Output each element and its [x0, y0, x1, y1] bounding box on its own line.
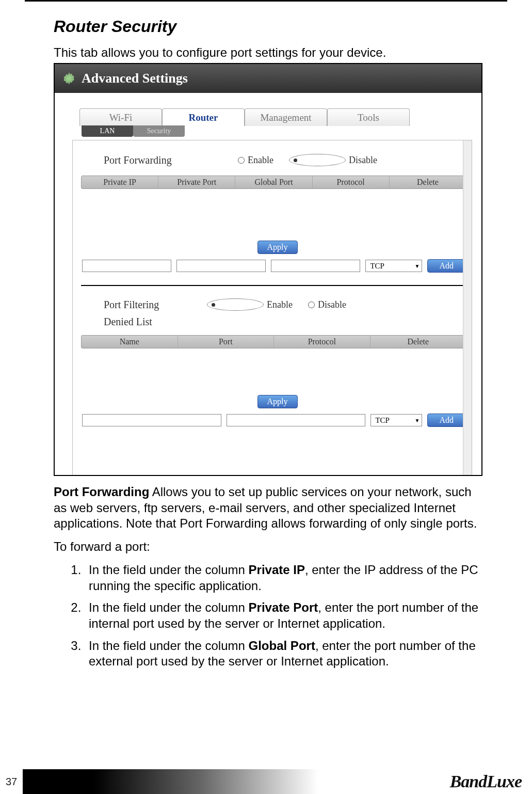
window-titlebar: Advanced Settings — [55, 64, 481, 93]
step-2-pre: In the field under the column — [89, 600, 249, 614]
pf-disable-label: Disable — [349, 155, 377, 166]
col-delete2: Delete — [370, 336, 466, 348]
col-port: Port — [178, 336, 275, 348]
pfl-enable-radio[interactable]: Enable — [207, 298, 293, 311]
step-1: In the field under the column Private IP… — [85, 562, 482, 594]
col-global-port: Global Port — [235, 176, 312, 188]
settings-panel: Port Forwarding Enable Disable Private I… — [72, 140, 472, 476]
radio-icon — [238, 157, 245, 164]
col-name: Name — [82, 336, 178, 348]
pf-global-port-input[interactable] — [271, 260, 360, 272]
pfl-protocol-select[interactable]: TCP▼ — [370, 414, 422, 426]
pfl-add-button[interactable]: Add — [427, 414, 465, 427]
pf-table-header: Private IP Private Port Global Port Prot… — [81, 176, 466, 189]
pf-protocol-value: TCP — [370, 262, 384, 271]
pfl-name-input[interactable] — [82, 414, 221, 426]
section-title: Router Security — [54, 17, 482, 36]
pfl-protocol-value: TCP — [375, 416, 390, 425]
tab-tools[interactable]: Tools — [327, 108, 410, 126]
sub-tabs: LAN Security — [82, 125, 476, 137]
page-footer: 37 BandLuxe — [0, 769, 532, 794]
tab-router[interactable]: Router — [162, 108, 245, 126]
port-forwarding-label: Port Forwarding — [104, 154, 238, 166]
denied-list-label: Denied List — [104, 316, 451, 328]
brand-logo: BandLuxe — [450, 772, 522, 791]
pfl-disable-label: Disable — [318, 299, 346, 310]
pf-private-port-input[interactable] — [176, 260, 266, 272]
step-3: In the field under the column Global Por… — [85, 638, 482, 670]
chevron-down-icon: ▼ — [415, 418, 420, 423]
pf-enable-label: Enable — [248, 155, 273, 166]
radio-icon — [207, 298, 264, 311]
pf-disable-radio[interactable]: Disable — [289, 154, 377, 166]
subtab-security[interactable]: Security — [133, 125, 185, 137]
router-ui-screenshot: Advanced Settings Wi-Fi Router Managemen… — [54, 63, 482, 476]
pfl-table-header: Name Port Protocol Delete — [81, 335, 466, 348]
page-number: 37 — [0, 776, 23, 788]
pfl-port-input[interactable] — [227, 414, 366, 426]
col-private-ip: Private IP — [82, 176, 158, 188]
pf-protocol-select[interactable]: TCP▼ — [365, 260, 422, 272]
tab-wifi[interactable]: Wi-Fi — [79, 108, 162, 126]
chevron-down-icon: ▼ — [415, 263, 420, 269]
pfl-apply-button[interactable]: Apply — [257, 395, 298, 408]
to-forward-label: To forward a port: — [54, 539, 482, 555]
col-protocol2: Protocol — [274, 336, 370, 348]
step-1-pre: In the field under the column — [89, 563, 249, 577]
col-protocol: Protocol — [313, 176, 390, 188]
col-delete: Delete — [390, 176, 466, 188]
radio-icon — [308, 301, 315, 308]
pf-apply-button[interactable]: Apply — [257, 241, 298, 254]
pfl-disable-radio[interactable]: Disable — [308, 298, 346, 311]
gear-icon — [62, 71, 76, 86]
step-1-bold: Private IP — [249, 563, 305, 577]
subtab-lan[interactable]: LAN — [82, 125, 133, 137]
pf-add-button[interactable]: Add — [427, 259, 465, 273]
step-2-bold: Private Port — [249, 600, 318, 614]
pf-heading: Port Forwarding — [54, 485, 149, 499]
main-tabs: Wi-Fi Router Management Tools — [79, 108, 476, 126]
window-title: Advanced Settings — [82, 71, 188, 86]
pf-enable-radio[interactable]: Enable — [238, 154, 273, 166]
pfl-enable-label: Enable — [267, 299, 293, 310]
pf-private-ip-input[interactable] — [82, 260, 171, 272]
step-3-pre: In the field under the column — [89, 639, 249, 653]
intro-text: This tab allows you to configure port se… — [54, 45, 482, 60]
tab-management[interactable]: Management — [245, 108, 327, 126]
port-filtering-label: Port Filtering — [104, 299, 207, 311]
port-forwarding-paragraph: Port Forwarding Allows you to set up pub… — [54, 484, 482, 532]
step-2: In the field under the column Private Po… — [85, 600, 482, 631]
radio-icon — [289, 154, 346, 166]
step-3-bold: Global Port — [249, 639, 315, 653]
col-private-port: Private Port — [158, 176, 235, 188]
